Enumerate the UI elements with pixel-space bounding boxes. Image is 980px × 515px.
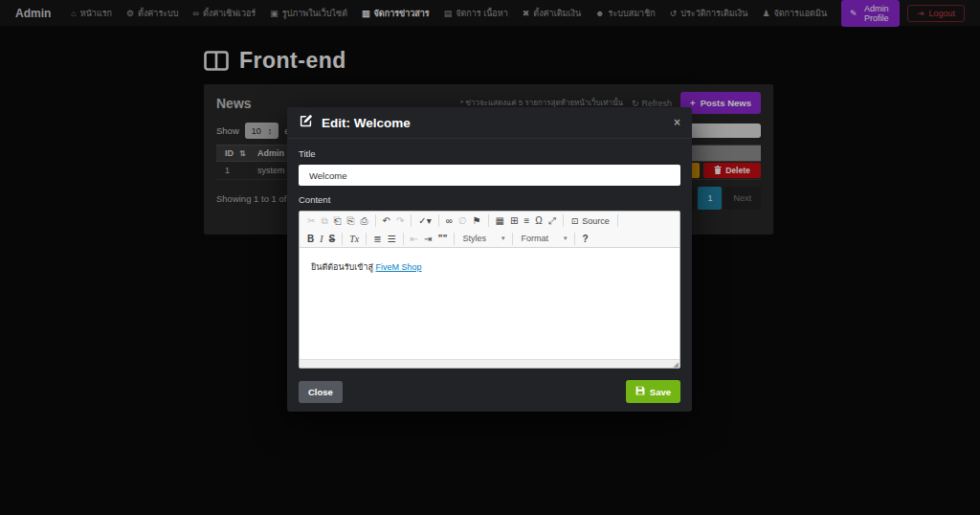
- source-doc-icon: ⊡: [571, 216, 579, 226]
- content-text: ยินดีต้อนรับเข้าสู่: [311, 262, 376, 272]
- source-button[interactable]: ⊡ Source: [568, 216, 613, 226]
- toolbar-separator: [574, 233, 575, 245]
- format-dropdown[interactable]: Format ▾: [517, 234, 570, 243]
- insert-table-icon[interactable]: ⊞: [507, 213, 521, 228]
- toolbar-separator: [403, 233, 404, 245]
- content-label: Content: [299, 194, 680, 205]
- toolbar-separator: [342, 233, 343, 245]
- editor-resize-bar[interactable]: ◢: [300, 359, 679, 368]
- unlink-icon: ∅: [456, 213, 470, 228]
- edit-news-modal: Edit: Welcome × Title Content ✂ ⧉ ⎗ ⎘ ⎙ …: [287, 107, 692, 412]
- editor-toolbar-row-2: B I S Tx ≣ ☰ ⇤ ⇥ ”” Styles ▾ Forma: [300, 230, 679, 248]
- about-icon[interactable]: ?: [579, 232, 590, 246]
- decrease-indent-icon: ⇤: [408, 232, 421, 246]
- editor-toolbar-row-1: ✂ ⧉ ⎗ ⎘ ⎙ ↶ ↷ ✓▾ ∞ ∅ ⚑ ▦ ⊞ ≡ Ω ⤢: [300, 212, 679, 230]
- bullet-list-icon[interactable]: ☰: [385, 232, 399, 246]
- toolbar-separator: [411, 214, 412, 227]
- resize-grip-icon[interactable]: ◢: [674, 361, 679, 368]
- title-label: Title: [299, 148, 680, 159]
- paste-icon[interactable]: ⎗: [331, 213, 345, 228]
- chevron-down-icon: ▾: [564, 235, 568, 242]
- cut-icon: ✂: [304, 213, 318, 228]
- bold-icon[interactable]: B: [304, 232, 317, 246]
- italic-icon[interactable]: I: [317, 232, 325, 246]
- horizontal-rule-icon[interactable]: ≡: [521, 213, 532, 228]
- special-char-icon[interactable]: Ω: [532, 213, 545, 228]
- undo-icon[interactable]: ↶: [380, 213, 393, 228]
- increase-indent-icon[interactable]: ⇥: [421, 232, 434, 246]
- toolbar-separator: [512, 233, 513, 245]
- spellcheck-icon[interactable]: ✓▾: [415, 213, 434, 228]
- maximize-icon[interactable]: ⤢: [546, 213, 559, 228]
- toolbar-separator: [438, 214, 439, 227]
- editor-content-area[interactable]: ยินดีต้อนรับเข้าสู่ FiveM Shop: [300, 248, 679, 359]
- numbered-list-icon[interactable]: ≣: [370, 232, 384, 246]
- rich-text-editor: ✂ ⧉ ⎗ ⎘ ⎙ ↶ ↷ ✓▾ ∞ ∅ ⚑ ▦ ⊞ ≡ Ω ⤢: [299, 211, 680, 369]
- styles-dropdown[interactable]: Styles ▾: [458, 234, 508, 243]
- toolbar-separator: [617, 214, 618, 227]
- redo-icon: ↷: [393, 213, 407, 228]
- toolbar-separator: [375, 214, 376, 227]
- title-input[interactable]: [299, 165, 680, 186]
- insert-image-icon[interactable]: ▦: [493, 213, 507, 228]
- modal-footer: Close Save: [299, 380, 680, 403]
- toolbar-separator: [454, 233, 455, 245]
- anchor-icon[interactable]: ⚑: [470, 213, 484, 228]
- toolbar-separator: [366, 233, 367, 245]
- paste-plain-text-icon[interactable]: ⎘: [345, 213, 358, 228]
- strikethrough-icon[interactable]: S: [326, 232, 339, 246]
- paste-from-word-icon[interactable]: ⎙: [358, 213, 371, 228]
- toolbar-separator: [488, 214, 489, 227]
- floppy-disk-icon: [635, 386, 645, 397]
- remove-format-icon[interactable]: Tx: [346, 232, 362, 246]
- insert-link-icon[interactable]: ∞: [443, 213, 456, 228]
- modal-body: Title Content ✂ ⧉ ⎗ ⎘ ⎙ ↶ ↷ ✓▾ ∞ ∅ ⚑ ▦: [287, 139, 692, 369]
- chevron-down-icon: ▾: [501, 235, 505, 242]
- edit-pencil-icon: [299, 114, 313, 132]
- copy-icon: ⧉: [318, 213, 330, 228]
- fivem-shop-link[interactable]: FiveM Shop: [376, 262, 422, 272]
- modal-title: Edit: Welcome: [322, 116, 411, 130]
- toolbar-separator: [563, 214, 564, 227]
- save-button[interactable]: Save: [626, 380, 680, 403]
- blockquote-icon[interactable]: ””: [434, 232, 450, 246]
- close-button[interactable]: Close: [299, 381, 343, 403]
- close-icon[interactable]: ×: [674, 116, 680, 129]
- modal-header: Edit: Welcome ×: [287, 107, 692, 139]
